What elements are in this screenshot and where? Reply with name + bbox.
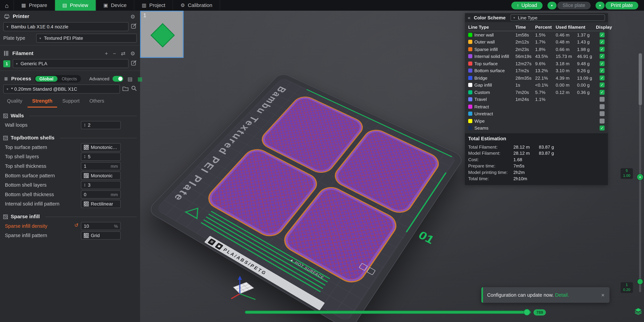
param-input[interactable]: 10% [81, 222, 121, 230]
plate-type-select[interactable]: ▾ Textured PEI Plate [36, 34, 137, 43]
line-type-row: Seams✓ [468, 124, 604, 132]
spinner-arrows-icon[interactable]: ▲▼ [84, 155, 86, 158]
tab-device[interactable]: ▣Device [96, 0, 134, 11]
collapse-panel-icon[interactable]: « [468, 15, 470, 20]
printer-select[interactable]: ▾ Bambu Lab X1E 0.4 nozzle [3, 22, 128, 31]
estimation-row: Prepare time:7m5s [465, 163, 608, 169]
notification-toast: Configuration can update now. Detail. × [481, 287, 610, 303]
display-checkbox[interactable]: ✓ [600, 75, 604, 80]
reset-param-icon[interactable]: ↺ [74, 222, 78, 228]
display-checkbox[interactable]: ✓ [600, 126, 604, 131]
filament-settings-gear-icon[interactable]: ⚙ [130, 50, 136, 56]
process-tab-support[interactable]: Support [58, 98, 84, 107]
filament-select[interactable]: ▾ Generic PLA [13, 59, 128, 68]
print-plate-button[interactable]: Print plate [606, 1, 638, 9]
display-checkbox[interactable]: ✓ [600, 32, 604, 37]
upload-button[interactable]: ↑ Upload [512, 1, 542, 9]
search-icon[interactable] [131, 85, 137, 93]
process-tab-strength[interactable]: Strength [28, 98, 57, 107]
edit-printer-icon[interactable] [131, 23, 137, 30]
line-type-row: Outer wall2m12s1.7%0.48 m1.43 g✓ [468, 38, 604, 45]
param-input[interactable]: 0mm [81, 190, 121, 198]
filament-slot-badge[interactable]: 1 [3, 60, 10, 67]
param-pattern-select[interactable]: Rectilinear [81, 200, 121, 208]
plate-thumbnail[interactable]: 1 [140, 11, 184, 58]
printer-settings-gear-icon[interactable]: ⚙ [130, 13, 136, 19]
print-dropdown-button[interactable]: ▾ [596, 1, 604, 9]
device-icon: ▣ [103, 2, 108, 8]
line-type-swatch [468, 40, 472, 44]
param-pattern-select[interactable]: Monotonic [81, 171, 121, 180]
display-checkbox[interactable] [600, 104, 604, 109]
chevron-down-icon: ▾ [514, 16, 515, 19]
color-scheme-panel: « Color Scheme ▾ Line Type Line Type Tim… [465, 13, 608, 185]
param-spinner[interactable]: ▲▼2 [81, 121, 121, 129]
edit-filament-icon[interactable] [131, 60, 137, 67]
line-type-swatch [468, 119, 472, 123]
color-scheme-select[interactable]: ▾ Line Type [510, 14, 605, 21]
build-plate[interactable]: Bambu Textured PEI Plate ▲ HOT SURFACE ⊞… [146, 72, 465, 322]
compare-presets-icon[interactable]: ▦ [137, 76, 143, 82]
process-tab-quality[interactable]: Quality [2, 98, 27, 107]
layer-slider-top-handle[interactable]: + [637, 174, 643, 180]
pattern-icon [84, 201, 89, 206]
process-tab-others[interactable]: Others [85, 98, 109, 107]
param-spinner[interactable]: ▲▼3 [81, 181, 121, 189]
spinner-arrows-icon[interactable]: ▲▼ [84, 183, 86, 187]
estimation-row: Total time:2h10m [465, 175, 608, 182]
main-tabs: ▦Prepare▤Preview▣Device▥Project⚙Calibrat… [14, 0, 220, 11]
step-slider-track[interactable] [245, 311, 531, 314]
param-pattern-select[interactable]: Monotonic li... [81, 143, 121, 151]
process-scope-segmented: Global Objects [34, 75, 81, 82]
tab-project[interactable]: ▥Project [134, 0, 173, 11]
line-type-swatch [468, 104, 472, 108]
add-filament-button[interactable]: + [104, 50, 109, 56]
printer-section-header: Printer ⚙ [0, 11, 140, 22]
display-checkbox[interactable]: ✓ [600, 39, 604, 44]
tab-preview[interactable]: ▤Preview [55, 0, 96, 11]
tab-calibration[interactable]: ⚙Calibration [173, 0, 220, 11]
plate-thumbnail-object [150, 23, 175, 47]
close-icon[interactable]: × [601, 292, 610, 299]
calibration-icon: ⚙ [180, 2, 185, 8]
slice-dropdown-button[interactable]: ▾ [547, 1, 556, 9]
param-row: Top surface patternMonotonic li... [0, 142, 140, 152]
segment-objects[interactable]: Objects [58, 76, 80, 81]
save-preset-icon[interactable] [122, 85, 128, 93]
detail-link[interactable]: Detail. [555, 292, 569, 298]
spinner-arrows-icon[interactable]: ▲▼ [84, 123, 86, 127]
process-preset-select[interactable]: ▾ * 0.20mm Standard @BBL X1C [3, 85, 120, 94]
parameter-table-icon[interactable]: ▤ [127, 76, 133, 82]
param-spinner[interactable]: ▲▼5 [81, 152, 121, 160]
sync-filament-icon[interactable]: ⇄ [120, 50, 126, 56]
layer-slider-bottom-handle[interactable] [637, 279, 643, 284]
tab-prepare[interactable]: ▦Prepare [14, 0, 55, 11]
line-type-row: Wipe [468, 117, 604, 124]
display-checkbox[interactable]: ✓ [600, 54, 604, 59]
param-pattern-select[interactable]: Grid [81, 231, 121, 239]
process-section-header: ≣ Process Global Objects Advanced ▤ ▦ [0, 73, 140, 85]
segment-global[interactable]: Global [35, 76, 58, 82]
plate-number-label: 01 [416, 229, 436, 247]
home-button[interactable]: ⌂ [0, 0, 14, 11]
line-type-rows: Inner wall1m58s1.5%0.46 m1.37 g✓Outer wa… [468, 31, 604, 132]
param-input[interactable]: 1mm [81, 162, 121, 170]
slice-plate-button[interactable]: Slice plate [557, 1, 590, 9]
line-type-row: Travel1m24s1.1% [468, 96, 604, 103]
display-checkbox[interactable]: ✓ [600, 47, 604, 52]
display-checkbox[interactable] [600, 97, 604, 102]
layers-view-icon[interactable] [634, 308, 642, 315]
display-checkbox[interactable]: ✓ [600, 68, 604, 73]
step-slider-handle[interactable] [524, 309, 530, 316]
viewport-3d[interactable]: 1 Bambu Textured PEI Plate ▲ HOT SURFACE [140, 11, 644, 322]
param-row: Sparse infill patternGrid [0, 231, 140, 240]
line-type-table-header: Line Type Time Percent Used filament Dis… [468, 23, 604, 31]
display-checkbox[interactable]: ✓ [600, 90, 604, 95]
viewport-scrollbar-thumb[interactable] [639, 53, 642, 105]
remove-filament-button[interactable]: − [112, 50, 117, 56]
advanced-toggle[interactable] [113, 76, 124, 82]
display-checkbox[interactable] [600, 111, 604, 116]
display-checkbox[interactable] [600, 119, 604, 123]
display-checkbox[interactable]: ✓ [600, 82, 604, 87]
display-checkbox[interactable]: ✓ [600, 61, 604, 66]
